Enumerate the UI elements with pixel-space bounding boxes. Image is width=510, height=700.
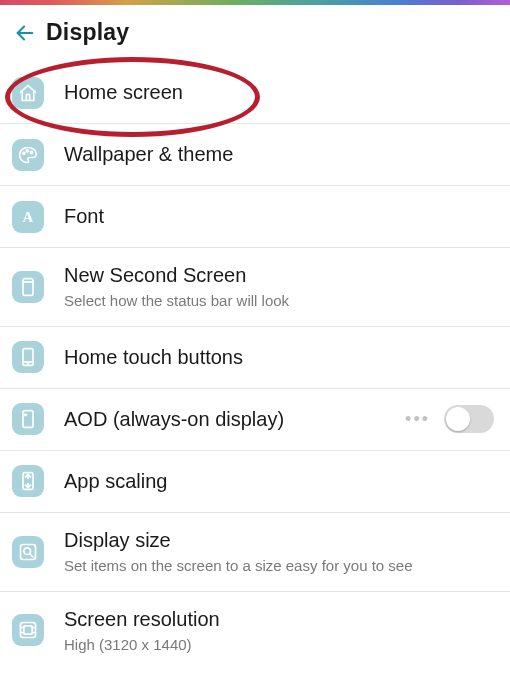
phone-dot-icon (12, 403, 44, 435)
page-title: Display (46, 19, 129, 46)
svg-point-10 (28, 363, 29, 364)
scaling-icon (12, 465, 44, 497)
row-label: New Second Screen (64, 263, 494, 288)
row-aod[interactable]: AOD (always-on display) ••• (0, 389, 510, 451)
row-sublabel: High (3120 x 1440) (64, 636, 494, 655)
row-label: AOD (always-on display) (64, 407, 405, 432)
svg-point-2 (23, 152, 25, 154)
svg-rect-1 (26, 94, 29, 100)
magnify-icon (12, 536, 44, 568)
arrow-left-icon (14, 22, 36, 44)
phone-bottom-icon (12, 341, 44, 373)
svg-text:A: A (23, 209, 34, 225)
row-display-size[interactable]: Display size Set items on the screen to … (0, 513, 510, 592)
resolution-icon (12, 614, 44, 646)
row-font[interactable]: A Font (0, 186, 510, 248)
row-label: Wallpaper & theme (64, 142, 494, 167)
row-label: Home screen (64, 80, 494, 105)
row-app-scaling[interactable]: App scaling (0, 451, 510, 513)
row-wallpaper-theme[interactable]: Wallpaper & theme (0, 124, 510, 186)
svg-rect-11 (23, 411, 33, 428)
aod-toggle[interactable] (444, 405, 494, 433)
row-home-screen[interactable]: Home screen (0, 62, 510, 124)
settings-list: Home screen Wallpaper & theme A Font New… (0, 62, 510, 669)
more-icon[interactable]: ••• (405, 409, 430, 430)
header: Display (0, 5, 510, 62)
row-label: Display size (64, 528, 494, 553)
row-label: Screen resolution (64, 607, 494, 632)
svg-rect-17 (21, 623, 36, 638)
back-button[interactable] (14, 22, 36, 44)
svg-line-16 (30, 553, 33, 556)
row-label: App scaling (64, 469, 494, 494)
home-icon (12, 77, 44, 109)
row-sublabel: Set items on the screen to a size easy f… (64, 557, 494, 576)
row-screen-resolution[interactable]: Screen resolution High (3120 x 1440) (0, 592, 510, 670)
font-icon: A (12, 201, 44, 233)
row-label: Home touch buttons (64, 345, 494, 370)
row-sublabel: Select how the status bar will look (64, 292, 494, 311)
svg-point-3 (26, 149, 28, 151)
svg-point-12 (25, 414, 27, 416)
row-home-touch-buttons[interactable]: Home touch buttons (0, 327, 510, 389)
row-label: Font (64, 204, 494, 229)
phone-top-icon (12, 271, 44, 303)
palette-icon (12, 139, 44, 171)
svg-point-4 (30, 151, 32, 153)
row-second-screen[interactable]: New Second Screen Select how the status … (0, 248, 510, 327)
svg-rect-18 (24, 626, 32, 634)
svg-rect-6 (23, 279, 33, 296)
